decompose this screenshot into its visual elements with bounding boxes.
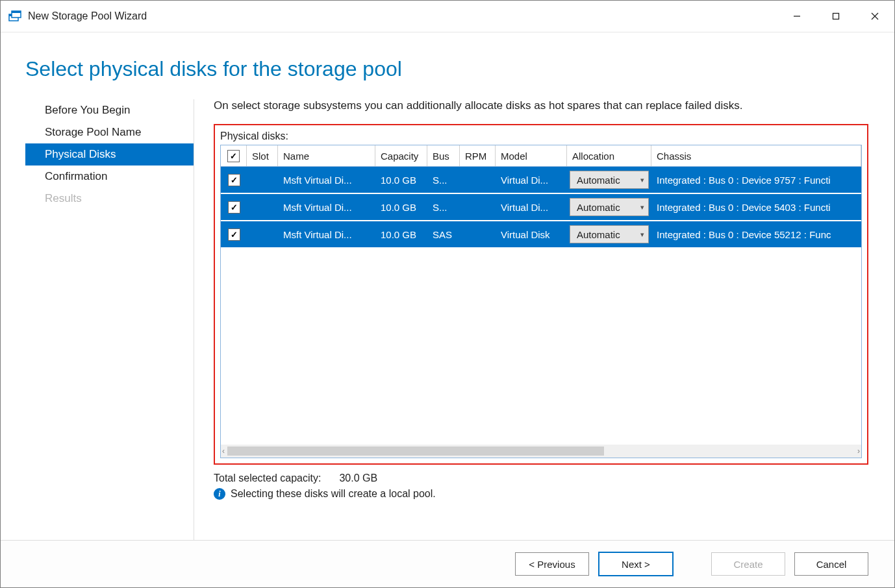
physical-disks-panel: Physical disks: ✓ Slot Name Capacity Bus…	[214, 124, 868, 465]
chevron-down-icon: ▾	[640, 203, 644, 212]
allocation-value: Automatic	[577, 202, 620, 213]
minimize-button[interactable]	[777, 1, 816, 32]
col-slot[interactable]: Slot	[247, 145, 278, 166]
scroll-right-icon[interactable]: ›	[857, 447, 860, 456]
wizard-window: New Storage Pool Wizard Select physical …	[0, 0, 895, 588]
grid-body: ✓ Msft Virtual Di... 10.0 GB S... Virtua…	[221, 167, 861, 445]
allocation-dropdown[interactable]: Automatic ▾	[570, 198, 649, 216]
cell-capacity: 10.0 GB	[375, 194, 427, 220]
step-before-you-begin[interactable]: Before You Begin	[25, 99, 194, 121]
col-allocation[interactable]: Allocation	[567, 145, 651, 166]
cell-model: Virtual Di...	[496, 194, 567, 220]
window-title: New Storage Pool Wizard	[28, 10, 777, 22]
info-text: Selecting these disks will create a loca…	[231, 488, 436, 500]
cell-slot	[247, 221, 278, 247]
chevron-down-icon: ▾	[640, 176, 644, 184]
cell-slot	[247, 194, 278, 220]
physical-disks-grid: ✓ Slot Name Capacity Bus RPM Model Alloc…	[220, 145, 862, 458]
horizontal-scrollbar[interactable]: ‹ ›	[221, 445, 861, 458]
titlebar: New Storage Pool Wizard	[1, 1, 894, 32]
svg-rect-5	[833, 14, 839, 19]
cancel-button[interactable]: Cancel	[794, 552, 868, 576]
chevron-down-icon: ▾	[640, 230, 644, 239]
cell-chassis: Integrated : Bus 0 : Device 5403 : Funct…	[651, 194, 861, 220]
allocation-value: Automatic	[577, 229, 620, 240]
capacity-summary: Total selected capacity: 30.0 GB	[214, 472, 868, 484]
step-physical-disks[interactable]: Physical Disks	[25, 143, 194, 165]
footer: < Previous Next > Create Cancel	[1, 540, 894, 587]
header-select-all[interactable]: ✓	[221, 145, 247, 166]
table-row[interactable]: ✓ Msft Virtual Di... 10.0 GB S... Virtua…	[221, 194, 861, 221]
page-header: Select physical disks for the storage po…	[1, 32, 894, 81]
row-checkbox[interactable]: ✓	[228, 174, 240, 186]
step-results: Results	[25, 188, 194, 210]
allocation-value: Automatic	[577, 175, 620, 186]
svg-rect-3	[12, 11, 21, 13]
cell-rpm	[460, 194, 496, 220]
table-row[interactable]: ✓ Msft Virtual Di... 10.0 GB S... Virtua…	[221, 167, 861, 194]
page-title: Select physical disks for the storage po…	[25, 57, 894, 81]
app-icon	[7, 8, 23, 24]
scrollbar-thumb[interactable]	[227, 447, 604, 456]
cell-bus: SAS	[427, 221, 460, 247]
checkbox-icon: ✓	[227, 150, 240, 162]
cell-slot	[247, 167, 278, 193]
description-text: On select storage subsystems you can add…	[214, 99, 868, 112]
cell-bus: S...	[427, 167, 460, 193]
scrollbar-track[interactable]	[227, 447, 855, 456]
col-bus[interactable]: Bus	[427, 145, 460, 166]
table-label: Physical disks:	[220, 130, 862, 142]
maximize-button[interactable]	[816, 1, 855, 32]
summary-value: 30.0 GB	[339, 472, 377, 484]
cell-name: Msft Virtual Di...	[278, 221, 375, 247]
info-line: i Selecting these disks will create a lo…	[214, 488, 868, 500]
cell-name: Msft Virtual Di...	[278, 167, 375, 193]
next-button[interactable]: Next >	[598, 552, 674, 576]
previous-button[interactable]: < Previous	[515, 552, 589, 576]
cell-rpm	[460, 167, 496, 193]
close-button[interactable]	[855, 1, 894, 32]
col-name[interactable]: Name	[278, 145, 375, 166]
col-capacity[interactable]: Capacity	[375, 145, 427, 166]
cell-rpm	[460, 221, 496, 247]
main-content: On select storage subsystems you can add…	[194, 99, 894, 540]
cell-name: Msft Virtual Di...	[278, 194, 375, 220]
col-chassis[interactable]: Chassis	[651, 145, 861, 166]
allocation-dropdown[interactable]: Automatic ▾	[570, 171, 649, 189]
window-controls	[777, 1, 894, 32]
cell-model: Virtual Disk	[496, 221, 567, 247]
summary-label: Total selected capacity:	[214, 472, 321, 484]
body: Before You Begin Storage Pool Name Physi…	[1, 81, 894, 540]
row-checkbox[interactable]: ✓	[228, 228, 240, 241]
col-model[interactable]: Model	[496, 145, 567, 166]
row-checkbox[interactable]: ✓	[228, 201, 240, 214]
step-confirmation[interactable]: Confirmation	[25, 165, 194, 188]
step-sidebar: Before You Begin Storage Pool Name Physi…	[25, 99, 194, 540]
scroll-left-icon[interactable]: ‹	[222, 447, 225, 456]
step-storage-pool-name[interactable]: Storage Pool Name	[25, 121, 194, 143]
create-button: Create	[711, 552, 785, 576]
cell-model: Virtual Di...	[496, 167, 567, 193]
cell-capacity: 10.0 GB	[375, 221, 427, 247]
grid-header: ✓ Slot Name Capacity Bus RPM Model Alloc…	[221, 145, 861, 167]
cell-chassis: Integrated : Bus 0 : Device 9757 : Funct…	[651, 167, 861, 193]
allocation-dropdown[interactable]: Automatic ▾	[570, 225, 649, 243]
cell-chassis: Integrated : Bus 0 : Device 55212 : Func	[651, 221, 861, 247]
cell-bus: S...	[427, 194, 460, 220]
table-row[interactable]: ✓ Msft Virtual Di... 10.0 GB SAS Virtual…	[221, 221, 861, 249]
col-rpm[interactable]: RPM	[460, 145, 496, 166]
info-icon: i	[214, 488, 225, 500]
cell-capacity: 10.0 GB	[375, 167, 427, 193]
